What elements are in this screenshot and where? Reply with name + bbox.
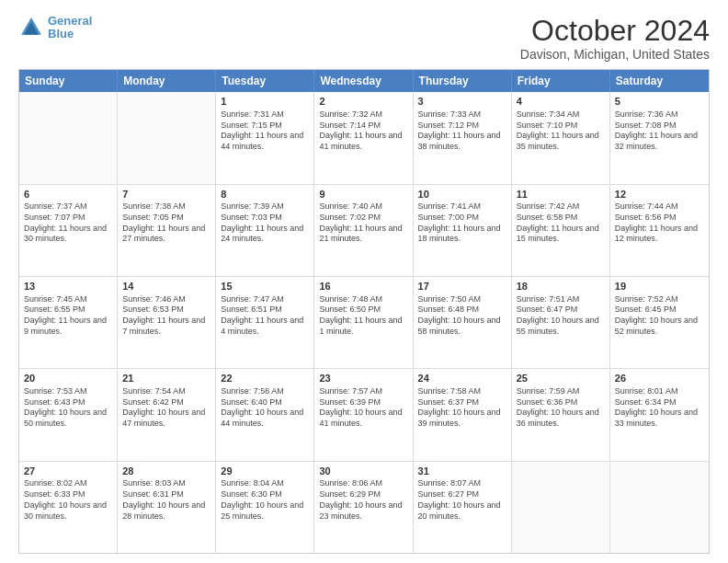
day-number: 7 — [122, 188, 210, 201]
cell-info: Sunrise: 7:42 AM Sunset: 6:58 PM Dayligh… — [517, 201, 605, 245]
calendar-body: 1Sunrise: 7:31 AM Sunset: 7:15 PM Daylig… — [19, 92, 709, 553]
cal-cell: 12Sunrise: 7:44 AM Sunset: 6:56 PM Dayli… — [610, 185, 709, 276]
cal-cell: 15Sunrise: 7:47 AM Sunset: 6:51 PM Dayli… — [216, 277, 314, 368]
cell-info: Sunrise: 7:40 AM Sunset: 7:02 PM Dayligh… — [319, 201, 407, 245]
cell-info: Sunrise: 7:33 AM Sunset: 7:12 PM Dayligh… — [418, 109, 506, 153]
header: General Blue October 2024 Davison, Michi… — [18, 15, 710, 62]
cal-row-0: 1Sunrise: 7:31 AM Sunset: 7:15 PM Daylig… — [19, 92, 709, 183]
cell-info: Sunrise: 7:48 AM Sunset: 6:50 PM Dayligh… — [319, 294, 407, 338]
cal-cell: 14Sunrise: 7:46 AM Sunset: 6:53 PM Dayli… — [118, 277, 216, 368]
day-number: 29 — [221, 465, 309, 478]
cell-info: Sunrise: 7:54 AM Sunset: 6:42 PM Dayligh… — [122, 386, 210, 430]
day-number: 8 — [221, 188, 309, 201]
day-number: 2 — [319, 95, 407, 109]
cell-info: Sunrise: 7:50 AM Sunset: 6:48 PM Dayligh… — [418, 294, 506, 338]
logo-icon — [18, 15, 44, 40]
cell-info: Sunrise: 7:44 AM Sunset: 6:56 PM Dayligh… — [615, 201, 704, 245]
cell-info: Sunrise: 8:04 AM Sunset: 6:30 PM Dayligh… — [221, 478, 309, 522]
day-number: 9 — [319, 188, 407, 201]
day-number: 25 — [517, 372, 605, 385]
cell-info: Sunrise: 7:32 AM Sunset: 7:14 PM Dayligh… — [319, 109, 407, 153]
day-number: 4 — [517, 95, 605, 109]
cal-cell: 22Sunrise: 7:56 AM Sunset: 6:40 PM Dayli… — [216, 369, 314, 460]
day-number: 21 — [122, 372, 210, 385]
cal-cell: 13Sunrise: 7:45 AM Sunset: 6:55 PM Dayli… — [19, 277, 118, 368]
logo-text: General Blue — [48, 15, 92, 41]
cal-cell: 25Sunrise: 7:59 AM Sunset: 6:36 PM Dayli… — [512, 369, 610, 460]
cal-cell: 28Sunrise: 8:03 AM Sunset: 6:31 PM Dayli… — [118, 462, 216, 553]
cell-info: Sunrise: 8:03 AM Sunset: 6:31 PM Dayligh… — [122, 478, 210, 522]
cal-row-2: 13Sunrise: 7:45 AM Sunset: 6:55 PM Dayli… — [19, 276, 709, 368]
cell-info: Sunrise: 7:58 AM Sunset: 6:37 PM Dayligh… — [418, 386, 506, 430]
cal-cell — [610, 462, 709, 553]
day-number: 6 — [24, 188, 112, 201]
day-number: 31 — [418, 465, 506, 478]
cell-info: Sunrise: 7:51 AM Sunset: 6:47 PM Dayligh… — [517, 294, 605, 338]
day-number: 11 — [517, 188, 605, 201]
logo-line2: Blue — [48, 27, 74, 40]
cal-cell: 2Sunrise: 7:32 AM Sunset: 7:14 PM Daylig… — [314, 92, 413, 183]
cal-row-4: 27Sunrise: 8:02 AM Sunset: 6:33 PM Dayli… — [19, 461, 709, 553]
cell-info: Sunrise: 7:31 AM Sunset: 7:15 PM Dayligh… — [221, 109, 309, 153]
page: General Blue October 2024 Davison, Michi… — [0, 0, 728, 563]
header-day-saturday: Saturday — [610, 70, 709, 92]
day-number: 28 — [122, 465, 210, 478]
day-number: 20 — [24, 372, 112, 385]
cell-info: Sunrise: 7:47 AM Sunset: 6:51 PM Dayligh… — [221, 294, 309, 338]
day-number: 18 — [517, 280, 605, 293]
cal-cell: 1Sunrise: 7:31 AM Sunset: 7:15 PM Daylig… — [216, 92, 314, 183]
cal-cell: 9Sunrise: 7:40 AM Sunset: 7:02 PM Daylig… — [314, 185, 413, 276]
day-number: 14 — [122, 280, 210, 293]
cal-row-1: 6Sunrise: 7:37 AM Sunset: 7:07 PM Daylig… — [19, 184, 709, 276]
cal-cell: 26Sunrise: 8:01 AM Sunset: 6:34 PM Dayli… — [610, 369, 709, 460]
cal-cell: 6Sunrise: 7:37 AM Sunset: 7:07 PM Daylig… — [19, 185, 118, 276]
cal-cell: 29Sunrise: 8:04 AM Sunset: 6:30 PM Dayli… — [216, 462, 314, 553]
cell-info: Sunrise: 7:38 AM Sunset: 7:05 PM Dayligh… — [122, 201, 210, 245]
cell-info: Sunrise: 8:06 AM Sunset: 6:29 PM Dayligh… — [319, 478, 407, 522]
cell-info: Sunrise: 7:46 AM Sunset: 6:53 PM Dayligh… — [122, 294, 210, 338]
cell-info: Sunrise: 8:07 AM Sunset: 6:27 PM Dayligh… — [418, 478, 506, 522]
cal-cell: 7Sunrise: 7:38 AM Sunset: 7:05 PM Daylig… — [118, 185, 216, 276]
day-number: 26 — [615, 372, 704, 385]
cell-info: Sunrise: 7:37 AM Sunset: 7:07 PM Dayligh… — [24, 201, 112, 245]
cell-info: Sunrise: 7:57 AM Sunset: 6:39 PM Dayligh… — [319, 386, 407, 430]
day-number: 19 — [615, 280, 704, 293]
day-number: 17 — [418, 280, 506, 293]
cal-cell — [19, 92, 118, 183]
cell-info: Sunrise: 7:59 AM Sunset: 6:36 PM Dayligh… — [517, 386, 605, 430]
header-day-wednesday: Wednesday — [314, 70, 413, 92]
cal-row-3: 20Sunrise: 7:53 AM Sunset: 6:43 PM Dayli… — [19, 368, 709, 460]
logo: General Blue — [18, 15, 92, 41]
header-day-sunday: Sunday — [19, 70, 118, 92]
cal-cell: 16Sunrise: 7:48 AM Sunset: 6:50 PM Dayli… — [314, 277, 413, 368]
cell-info: Sunrise: 7:39 AM Sunset: 7:03 PM Dayligh… — [221, 201, 309, 245]
main-title: October 2024 — [520, 15, 710, 47]
day-number: 12 — [615, 188, 704, 201]
header-day-thursday: Thursday — [414, 70, 512, 92]
cal-cell: 5Sunrise: 7:36 AM Sunset: 7:08 PM Daylig… — [610, 92, 709, 183]
cell-info: Sunrise: 7:34 AM Sunset: 7:10 PM Dayligh… — [517, 109, 605, 153]
header-day-friday: Friday — [512, 70, 610, 92]
cell-info: Sunrise: 7:56 AM Sunset: 6:40 PM Dayligh… — [221, 386, 309, 430]
cal-cell: 17Sunrise: 7:50 AM Sunset: 6:48 PM Dayli… — [414, 277, 512, 368]
cal-cell: 11Sunrise: 7:42 AM Sunset: 6:58 PM Dayli… — [512, 185, 610, 276]
cal-cell — [118, 92, 216, 183]
cal-cell: 23Sunrise: 7:57 AM Sunset: 6:39 PM Dayli… — [314, 369, 413, 460]
cal-cell: 21Sunrise: 7:54 AM Sunset: 6:42 PM Dayli… — [118, 369, 216, 460]
cell-info: Sunrise: 7:45 AM Sunset: 6:55 PM Dayligh… — [24, 294, 112, 338]
day-number: 10 — [418, 188, 506, 201]
day-number: 22 — [221, 372, 309, 385]
calendar-header: SundayMondayTuesdayWednesdayThursdayFrid… — [19, 70, 709, 92]
logo-line1: General — [48, 14, 92, 28]
cell-info: Sunrise: 7:36 AM Sunset: 7:08 PM Dayligh… — [615, 109, 704, 153]
cal-cell: 3Sunrise: 7:33 AM Sunset: 7:12 PM Daylig… — [414, 92, 512, 183]
cal-cell: 31Sunrise: 8:07 AM Sunset: 6:27 PM Dayli… — [414, 462, 512, 553]
header-day-monday: Monday — [118, 70, 216, 92]
cal-cell: 27Sunrise: 8:02 AM Sunset: 6:33 PM Dayli… — [19, 462, 118, 553]
day-number: 1 — [221, 95, 309, 109]
title-block: October 2024 Davison, Michigan, United S… — [520, 15, 710, 62]
cal-cell: 18Sunrise: 7:51 AM Sunset: 6:47 PM Dayli… — [512, 277, 610, 368]
subtitle: Davison, Michigan, United States — [520, 47, 710, 62]
cell-info: Sunrise: 7:41 AM Sunset: 7:00 PM Dayligh… — [418, 201, 506, 245]
header-day-tuesday: Tuesday — [216, 70, 314, 92]
